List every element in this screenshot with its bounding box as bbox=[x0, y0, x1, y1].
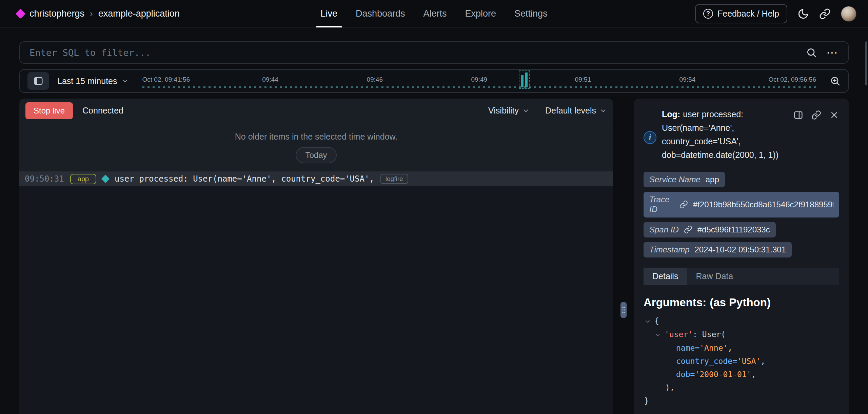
breadcrumb-org[interactable]: christophergs bbox=[29, 8, 84, 19]
sql-filter-bar: ⋯ bbox=[19, 41, 849, 64]
code-line: ), bbox=[644, 381, 839, 394]
splitter-drag-handle[interactable] bbox=[620, 302, 627, 318]
breadcrumb-project[interactable]: example-application bbox=[98, 8, 180, 19]
logfire-logo-icon bbox=[16, 9, 26, 19]
code-line: country_code='USA', bbox=[644, 355, 839, 368]
collapse-chevron-icon[interactable] bbox=[644, 315, 654, 328]
field-service-name: Service Nameapp bbox=[644, 172, 725, 187]
zoom-in-icon[interactable] bbox=[830, 76, 841, 86]
tab-dashboards[interactable]: Dashboards bbox=[347, 0, 414, 27]
detail-title: Log:user processed: User(name='Anne', co… bbox=[662, 107, 786, 162]
service-badge[interactable]: app bbox=[70, 174, 96, 184]
collapse-chevron-icon[interactable] bbox=[654, 328, 665, 341]
log-message: user processed: User(name='Anne', countr… bbox=[115, 174, 374, 184]
default-levels-dropdown[interactable]: Default levels bbox=[545, 106, 607, 116]
field-value: 2024-10-02 09:50:31.301 bbox=[694, 245, 786, 254]
timeline-track[interactable]: Oct 02, 09:41:5609:4409:4609:4909:5109:5… bbox=[142, 70, 816, 92]
top-nav: christophergs › example-application Live… bbox=[0, 0, 868, 28]
time-range-select[interactable]: Last 15 minutes bbox=[57, 76, 129, 86]
timeline-tick-label: 09:44 bbox=[262, 76, 278, 83]
search-icon[interactable] bbox=[806, 47, 817, 58]
page-scrollbar-thumb[interactable] bbox=[865, 41, 867, 85]
chevron-down-icon bbox=[121, 77, 129, 85]
chevron-down-icon bbox=[599, 107, 607, 115]
time-range-label: Last 15 minutes bbox=[57, 76, 117, 86]
timeline-bar: Last 15 minutes Oct 02, 09:41:5609:4409:… bbox=[19, 69, 849, 93]
log-row[interactable]: 09:50:31 app user processed: User(name='… bbox=[19, 171, 613, 186]
live-panel-header: Stop live Connected Visibility Default l… bbox=[19, 99, 613, 123]
sidebar-toggle-icon[interactable] bbox=[27, 72, 49, 90]
timeline-tick-label: 09:51 bbox=[575, 76, 591, 83]
info-level-icon: i bbox=[644, 131, 656, 144]
user-avatar[interactable] bbox=[841, 6, 856, 22]
tab-settings[interactable]: Settings bbox=[505, 0, 557, 27]
chevron-down-icon bbox=[522, 107, 530, 115]
detail-tab-raw-data[interactable]: Raw Data bbox=[687, 268, 742, 285]
connection-status: Connected bbox=[82, 106, 123, 116]
field-label: Timestamp bbox=[649, 245, 689, 254]
field-label: Service Name bbox=[649, 175, 701, 184]
question-icon: ? bbox=[703, 9, 713, 19]
timeline-spike bbox=[519, 70, 530, 89]
field-timestamp: Timestamp2024-10-02 09:50:31.301 bbox=[644, 242, 792, 257]
visibility-dropdown[interactable]: Visibility bbox=[488, 106, 530, 116]
live-panel: Stop live Connected Visibility Default l… bbox=[19, 99, 613, 414]
share-link-icon[interactable] bbox=[819, 8, 831, 20]
detail-tabs: DetailsRaw Data bbox=[644, 268, 839, 285]
feedback-help-label: Feedback / Help bbox=[717, 9, 779, 19]
sql-filter-input[interactable] bbox=[29, 47, 806, 58]
logfire-tag-badge[interactable]: logfire bbox=[380, 174, 408, 184]
feedback-help-button[interactable]: ? Feedback / Help bbox=[695, 4, 787, 23]
timeline-baseline bbox=[142, 86, 816, 88]
nav-tabs: LiveDashboardsAlertsExploreSettings bbox=[311, 0, 556, 27]
today-button[interactable]: Today bbox=[296, 147, 336, 163]
code-line: { bbox=[644, 314, 839, 328]
breadcrumb: christophergs › example-application bbox=[17, 8, 180, 19]
field-label: Span ID bbox=[649, 225, 679, 234]
empty-window-message: No older items in the selected time wind… bbox=[19, 132, 613, 142]
breadcrumb-separator: › bbox=[90, 8, 93, 19]
field-trace-id[interactable]: Trace ID#f2019b98b550cd8a61546c2f9188959… bbox=[644, 192, 839, 218]
tab-explore[interactable]: Explore bbox=[456, 0, 506, 27]
tab-alerts[interactable]: Alerts bbox=[414, 0, 456, 27]
panel-splitter bbox=[613, 99, 634, 414]
code-line: name='Anne', bbox=[644, 341, 839, 355]
detail-tab-details[interactable]: Details bbox=[644, 268, 687, 285]
main-content: Stop live Connected Visibility Default l… bbox=[19, 99, 849, 414]
dark-mode-moon-icon[interactable] bbox=[797, 8, 809, 20]
field-span-id[interactable]: Span ID#d5c996f11192033c bbox=[644, 222, 776, 237]
log-detail-panel: i Log:user processed: User(name='Anne', … bbox=[634, 99, 849, 414]
detail-actions bbox=[793, 110, 839, 120]
timeline-tick-label: 09:49 bbox=[471, 76, 487, 83]
close-icon[interactable] bbox=[829, 110, 839, 120]
detail-title-prefix: Log: bbox=[662, 109, 680, 119]
timeline-tick-label: 09:54 bbox=[679, 76, 696, 83]
stop-live-button[interactable]: Stop live bbox=[25, 102, 73, 119]
timeline-tick-label: 09:46 bbox=[367, 76, 383, 83]
link-icon[interactable] bbox=[684, 225, 692, 234]
log-level-diamond-icon bbox=[101, 174, 110, 183]
arguments-code-block: {'user': User(name='Anne',country_code='… bbox=[644, 314, 839, 408]
link-icon[interactable] bbox=[679, 200, 688, 209]
code-line: 'user': User( bbox=[644, 328, 839, 341]
log-timestamp: 09:50:31 bbox=[25, 174, 64, 184]
detail-fields: Service NameappTrace ID#f2019b98b550cd8a… bbox=[644, 172, 839, 257]
detail-header: i Log:user processed: User(name='Anne', … bbox=[644, 107, 839, 162]
timeline-tick-label: Oct 02, 09:56:56 bbox=[769, 76, 816, 83]
tab-live[interactable]: Live bbox=[311, 0, 347, 27]
arguments-heading: Arguments:(as Python) bbox=[644, 296, 839, 309]
nav-actions: ? Feedback / Help bbox=[695, 4, 856, 23]
open-in-panel-icon[interactable] bbox=[793, 110, 803, 120]
code-line: } bbox=[644, 394, 839, 408]
field-value: #f2019b98b550cd8a61546c2f9188959f bbox=[693, 200, 833, 209]
copy-link-icon[interactable] bbox=[811, 110, 821, 120]
field-label: Trace ID bbox=[649, 195, 674, 214]
field-value: app bbox=[706, 175, 719, 184]
more-options-icon[interactable]: ⋯ bbox=[826, 47, 839, 58]
field-value: #d5c996f11192033c bbox=[697, 225, 770, 234]
timeline-tick-label: Oct 02, 09:41:56 bbox=[142, 76, 190, 83]
log-list-empty-area bbox=[19, 186, 613, 414]
code-line: dob='2000-01-01', bbox=[644, 368, 839, 381]
